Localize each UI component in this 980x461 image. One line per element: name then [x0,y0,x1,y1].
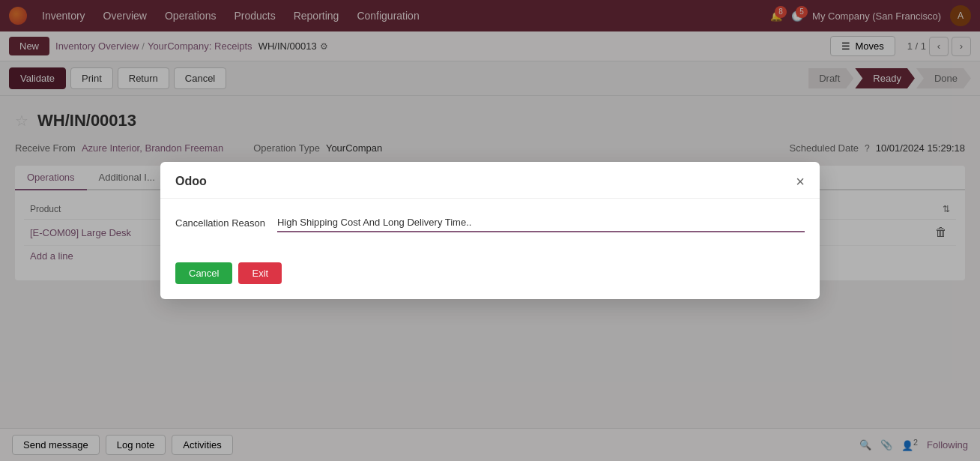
modal-exit-button[interactable]: Exit [238,262,282,284]
cancellation-reason-field: Cancellation Reason [175,214,805,232]
modal-footer: Cancel Exit [160,262,820,299]
modal-dialog: Odoo × Cancellation Reason Cancel Exit [160,162,820,299]
cancellation-reason-label: Cancellation Reason [175,217,265,229]
modal-header: Odoo × [160,162,820,199]
modal-cancel-button[interactable]: Cancel [175,262,232,284]
modal-body: Cancellation Reason [160,199,820,262]
modal-overlay: Odoo × Cancellation Reason Cancel Exit [0,0,980,396]
modal-title: Odoo [175,175,207,188]
cancellation-reason-input[interactable] [277,214,805,232]
modal-close-button[interactable]: × [796,174,805,189]
